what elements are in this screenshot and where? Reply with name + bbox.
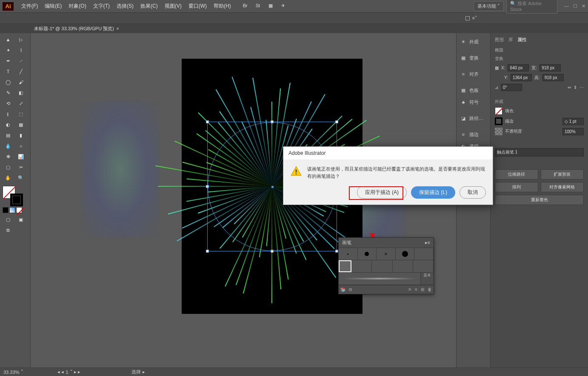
tab-libraries[interactable]: 库 bbox=[508, 37, 513, 43]
selection-handle[interactable] bbox=[206, 120, 209, 123]
brush-definition-field[interactable]: 触点画笔 1 bbox=[495, 148, 584, 157]
brush-swatch[interactable] bbox=[413, 260, 434, 272]
brush-swatch[interactable] bbox=[414, 248, 434, 260]
angle-field[interactable]: 0° bbox=[501, 84, 522, 91]
mesh-tool[interactable]: ▤ bbox=[3, 131, 14, 140]
offset-path-button[interactable]: 位移路径 bbox=[495, 169, 538, 179]
width-tool[interactable]: ⫿ bbox=[3, 109, 14, 119]
lasso-tool[interactable]: ⌇ bbox=[15, 46, 26, 55]
line-tool[interactable]: ╱ bbox=[15, 67, 26, 76]
remove-brush-stroke-icon[interactable]: ✕ bbox=[408, 287, 411, 292]
perspective-tool[interactable]: ▦ bbox=[15, 120, 26, 129]
menu-effect[interactable]: 效果(C) bbox=[137, 3, 161, 10]
panel-swatches[interactable]: ▦色板 bbox=[457, 84, 490, 96]
new-brush-icon[interactable]: ⊞ bbox=[421, 287, 424, 292]
brush-tool[interactable]: 🖌 bbox=[15, 77, 26, 87]
menu-window[interactable]: 窗口(W) bbox=[185, 3, 210, 10]
screen-mode-full[interactable]: ▣ bbox=[15, 215, 26, 224]
gradient-mode-icon[interactable] bbox=[9, 207, 15, 213]
selection-tool[interactable]: ▲ bbox=[3, 35, 14, 44]
zoom-tool[interactable]: 🔍 bbox=[15, 173, 26, 182]
document-tab[interactable]: 未标题-1* @ 33.33% (RGB/GPU 预览) × bbox=[34, 26, 119, 32]
artboard-nav[interactable]: ◂ ◂ 1 ˅ ▸ ▸ bbox=[57, 369, 80, 375]
shape-builder-tool[interactable]: ◐ bbox=[3, 120, 14, 129]
doc-setup-button[interactable] bbox=[465, 16, 470, 20]
brush-swatch[interactable] bbox=[377, 248, 396, 260]
panel-align[interactable]: ≡对齐 bbox=[457, 68, 490, 80]
artboard-tool[interactable]: ▢ bbox=[3, 162, 14, 172]
align-pixel-button[interactable]: 对齐像素网格 bbox=[541, 182, 584, 192]
color-mode-icon[interactable] bbox=[3, 207, 9, 213]
tab-graphic-styles[interactable]: 图形 bbox=[495, 37, 504, 43]
scale-tool[interactable]: ⤢ bbox=[15, 99, 26, 108]
height-field[interactable]: 918 px bbox=[542, 74, 564, 81]
panel-appearance[interactable]: ☀外观 bbox=[457, 36, 490, 48]
rotate-tool[interactable]: ⟲ bbox=[3, 99, 14, 108]
search-stock-input[interactable]: 🔍 搜索 Adobe Stock bbox=[506, 0, 557, 14]
brush-swatch[interactable] bbox=[358, 248, 377, 260]
eraser-tool[interactable]: ◧ bbox=[15, 88, 26, 97]
menu-select[interactable]: 选择(S) bbox=[113, 3, 137, 10]
symbol-sprayer-tool[interactable]: ❋ bbox=[3, 152, 14, 161]
menu-view[interactable]: 视图(V) bbox=[161, 3, 185, 10]
menu-help[interactable]: 帮助(H) bbox=[210, 3, 234, 10]
none-mode-icon[interactable] bbox=[16, 207, 22, 213]
stroke-color-swatch[interactable] bbox=[495, 117, 502, 125]
flip-v-icon[interactable]: ⇕ bbox=[574, 85, 577, 90]
cancel-button[interactable]: 取消 bbox=[460, 186, 486, 199]
brush-swatch[interactable] bbox=[393, 260, 413, 272]
direct-selection-tool[interactable]: ▷ bbox=[15, 35, 26, 44]
eyedropper-tool[interactable]: 💧 bbox=[3, 141, 14, 151]
zoom-level[interactable]: 33.33% ˅ bbox=[3, 369, 23, 375]
curvature-tool[interactable]: ⟋ bbox=[15, 56, 26, 66]
selection-handle[interactable] bbox=[335, 250, 338, 253]
stroke-weight-field[interactable]: ◇ 1 pt bbox=[562, 118, 584, 125]
maximize-button[interactable]: ☐ bbox=[573, 3, 577, 9]
free-transform-tool[interactable]: ⬚ bbox=[15, 109, 26, 119]
tab-close-icon[interactable]: × bbox=[117, 26, 119, 31]
brush-swatch[interactable] bbox=[372, 260, 392, 272]
brush-libraries-icon[interactable]: 📚 bbox=[340, 287, 345, 292]
panel-transform[interactable]: ▦变换 bbox=[457, 52, 490, 64]
expand-shape-button[interactable]: 扩展形状 bbox=[541, 169, 584, 179]
menu-edit[interactable]: 编辑(E) bbox=[41, 3, 65, 10]
magic-wand-tool[interactable]: ✦ bbox=[3, 46, 14, 55]
control-menu-icon[interactable]: ≡˅ bbox=[472, 15, 477, 21]
brush-stroke-preview[interactable] bbox=[339, 273, 421, 285]
panel-pathfinder[interactable]: ◪路径… bbox=[457, 112, 490, 124]
menu-object[interactable]: 对象(O) bbox=[65, 3, 89, 10]
gpu-icon[interactable]: ✈ bbox=[281, 3, 288, 10]
apply-to-strokes-button[interactable]: 应用于描边 (A) bbox=[357, 186, 407, 199]
hand-tool[interactable]: ✋ bbox=[3, 173, 14, 182]
selection-handle[interactable] bbox=[335, 120, 338, 123]
bridge-icon[interactable]: Br bbox=[243, 3, 250, 10]
x-field[interactable]: 640 px bbox=[508, 64, 529, 71]
delete-brush-icon[interactable]: 🗑 bbox=[428, 287, 432, 292]
screen-mode-normal[interactable]: ▢ bbox=[3, 215, 14, 224]
stroke-swatch[interactable] bbox=[10, 194, 23, 206]
panel-symbols[interactable]: ♣符号 bbox=[457, 96, 490, 108]
pen-tool[interactable]: ✒ bbox=[3, 56, 14, 66]
slice-tool[interactable]: ✂ bbox=[15, 162, 26, 172]
opacity-swatch[interactable] bbox=[495, 128, 502, 135]
grid-icon[interactable]: ▦ bbox=[495, 66, 499, 70]
flip-h-icon[interactable]: ⇔ bbox=[568, 85, 571, 90]
ellipse-tool[interactable]: ◯ bbox=[3, 77, 14, 87]
graph-tool[interactable]: 📊 bbox=[15, 152, 26, 161]
shaper-tool[interactable]: ✎ bbox=[3, 88, 14, 97]
brush-swatch[interactable] bbox=[351, 260, 372, 272]
more-options-icon[interactable]: ⋯ bbox=[579, 85, 584, 90]
recolor-button[interactable]: 重新着色 bbox=[495, 195, 584, 205]
tab-properties[interactable]: 属性 bbox=[517, 37, 527, 43]
brush-options-icon[interactable]: ≡ bbox=[415, 287, 417, 292]
brush-swatch-selected[interactable] bbox=[339, 260, 351, 272]
stock-icon[interactable]: St bbox=[256, 3, 263, 10]
y-field[interactable]: 1364 px bbox=[511, 74, 532, 81]
current-tool-label[interactable]: 选择 ▸ bbox=[131, 369, 145, 375]
brushes-panel-menu-icon[interactable]: ▸≡ bbox=[425, 240, 430, 245]
workspace-switcher[interactable]: 基本功能 ˅ bbox=[474, 1, 504, 11]
fill-color-swatch[interactable] bbox=[495, 107, 502, 115]
selection-handle[interactable] bbox=[206, 250, 209, 253]
brush-options-icon[interactable]: ⧉ bbox=[349, 287, 352, 292]
menu-type[interactable]: 文字(T) bbox=[90, 3, 113, 10]
